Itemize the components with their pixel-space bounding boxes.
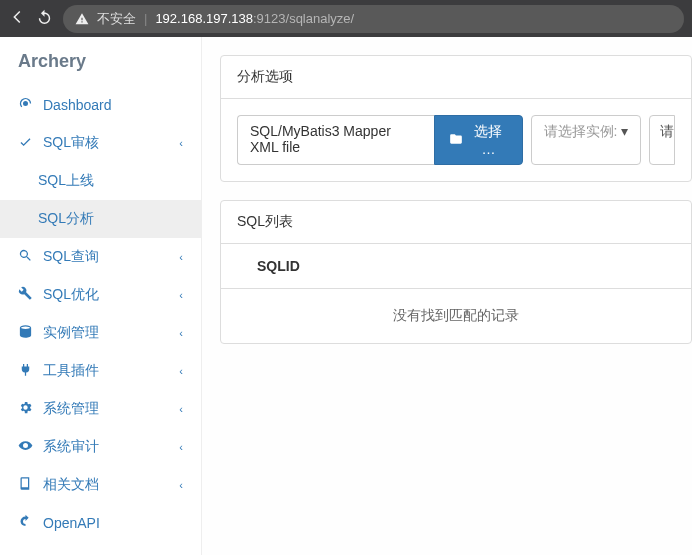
sidebar-item-sql-query[interactable]: SQL查询 ‹ bbox=[0, 238, 201, 276]
dashboard-icon bbox=[18, 96, 33, 114]
col-sqlid: SQLID bbox=[221, 244, 691, 289]
sql-table: SQLID 没有找到匹配的记录 bbox=[221, 244, 691, 343]
choose-file-label: 选择 … bbox=[469, 123, 507, 157]
url-rest: :9123/sqlanalyze/ bbox=[253, 11, 354, 26]
database-icon bbox=[18, 324, 33, 342]
book-icon bbox=[18, 476, 33, 494]
panel-sql-list: SQL列表 SQLID 没有找到匹配的记录 bbox=[220, 200, 692, 344]
sidebar-label: 工具插件 bbox=[43, 362, 99, 380]
chevron-left-icon: ‹ bbox=[179, 137, 183, 149]
eye-icon bbox=[18, 438, 33, 456]
folder-open-icon bbox=[449, 132, 463, 149]
plug-icon bbox=[18, 362, 33, 380]
file-type-label: SQL/MyBatis3 Mapper XML file bbox=[237, 115, 434, 165]
sidebar-item-sql-optimize[interactable]: SQL优化 ‹ bbox=[0, 276, 201, 314]
sidebar-subitem-sql-online[interactable]: SQL上线 bbox=[0, 162, 201, 200]
sidebar-label: 相关文档 bbox=[43, 476, 99, 494]
chevron-left-icon: ‹ bbox=[179, 403, 183, 415]
empty-row: 没有找到匹配的记录 bbox=[221, 289, 691, 344]
sidebar-subitem-sql-analyze[interactable]: SQL分析 bbox=[0, 200, 201, 238]
choose-file-button[interactable]: 选择 … bbox=[434, 115, 522, 165]
table-header-row: SQLID bbox=[221, 244, 691, 289]
url-bar[interactable]: 不安全 | 192.168.197.138:9123/sqlanalyze/ bbox=[63, 5, 684, 33]
sidebar-item-dashboard[interactable]: Dashboard bbox=[0, 86, 201, 124]
db-dropdown[interactable]: 请 bbox=[649, 115, 675, 165]
sidebar-item-plugins[interactable]: 工具插件 ‹ bbox=[0, 352, 201, 390]
separator: | bbox=[144, 11, 147, 26]
back-icon[interactable] bbox=[8, 8, 26, 29]
brand-title: Archery bbox=[0, 37, 201, 86]
instance-placeholder: 请选择实例: bbox=[544, 123, 618, 139]
chevron-left-icon: ‹ bbox=[179, 365, 183, 377]
gear-icon bbox=[18, 400, 33, 418]
sidebar-label: 系统审计 bbox=[43, 438, 99, 456]
search-icon bbox=[18, 248, 33, 266]
reload-icon[interactable] bbox=[36, 9, 53, 29]
sidebar-item-instance-mgmt[interactable]: 实例管理 ‹ bbox=[0, 314, 201, 352]
sidebar-label: SQL分析 bbox=[38, 210, 94, 226]
insecure-label: 不安全 bbox=[97, 10, 136, 28]
sidebar: Archery Dashboard SQL审核 ‹ SQL上线 SQL分析 SQ… bbox=[0, 37, 202, 555]
sidebar-label: SQL上线 bbox=[38, 172, 94, 188]
sidebar-item-system-mgmt[interactable]: 系统管理 ‹ bbox=[0, 390, 201, 428]
chevron-left-icon: ‹ bbox=[179, 441, 183, 453]
chevron-left-icon: ‹ bbox=[179, 289, 183, 301]
caret-down-icon: ▾ bbox=[621, 123, 628, 139]
empty-message: 没有找到匹配的记录 bbox=[221, 289, 691, 344]
sidebar-item-system-audit[interactable]: 系统审计 ‹ bbox=[0, 428, 201, 466]
panel-analyze-options: 分析选项 SQL/MyBatis3 Mapper XML file 选择 … 请… bbox=[220, 55, 692, 182]
sidebar-label: OpenAPI bbox=[43, 515, 100, 531]
instance-dropdown[interactable]: 请选择实例: ▾ bbox=[531, 115, 642, 165]
chevron-left-icon: ‹ bbox=[179, 479, 183, 491]
check-icon bbox=[18, 134, 33, 152]
sidebar-label: Dashboard bbox=[43, 97, 112, 113]
chevron-left-icon: ‹ bbox=[179, 251, 183, 263]
sidebar-label: SQL优化 bbox=[43, 286, 99, 304]
sidebar-item-sql-review[interactable]: SQL审核 ‹ bbox=[0, 124, 201, 162]
api-icon bbox=[18, 514, 33, 532]
main-content: 分析选项 SQL/MyBatis3 Mapper XML file 选择 … 请… bbox=[202, 37, 692, 555]
sidebar-label: 实例管理 bbox=[43, 324, 99, 342]
sidebar-item-openapi[interactable]: OpenAPI bbox=[0, 504, 201, 542]
wrench-icon bbox=[18, 286, 33, 304]
sidebar-label: 系统管理 bbox=[43, 400, 99, 418]
panel-title: SQL列表 bbox=[221, 201, 691, 244]
insecure-warning-icon bbox=[75, 12, 89, 26]
sidebar-label: SQL查询 bbox=[43, 248, 99, 266]
panel-title: 分析选项 bbox=[221, 56, 691, 99]
chevron-left-icon: ‹ bbox=[179, 327, 183, 339]
url-host: 192.168.197.138 bbox=[155, 11, 253, 26]
sidebar-label: SQL审核 bbox=[43, 134, 99, 152]
sidebar-item-docs[interactable]: 相关文档 ‹ bbox=[0, 466, 201, 504]
